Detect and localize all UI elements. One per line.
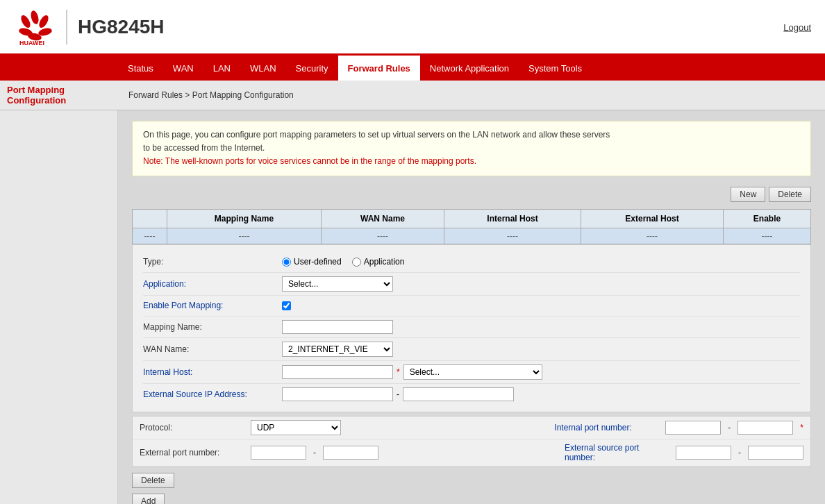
port-dash2: -: [313, 448, 316, 457]
external-port-row: External port number: - External source …: [133, 439, 810, 467]
application-label: Application:: [143, 279, 282, 289]
external-source-label: External Source IP Address:: [143, 389, 282, 399]
form-area: Type: User-defined Application Applicati…: [132, 244, 811, 412]
protocol-row: Protocol: UDP Internal port number: - *: [133, 417, 810, 439]
internal-port-input1[interactable]: [665, 421, 721, 435]
svg-point-0: [30, 10, 40, 25]
external-source-input2[interactable]: [403, 387, 514, 401]
huawei-logo: HUAWEI: [14, 8, 56, 46]
radio-user-defined[interactable]: User-defined: [282, 257, 342, 267]
nav-security[interactable]: Security: [286, 56, 338, 81]
col-internal-host: Internal Host: [444, 209, 581, 228]
device-title: HG8245H: [78, 16, 165, 38]
sidebar-title: Port Mapping Configuration: [0, 81, 118, 110]
toolbar: New Delete: [132, 187, 811, 202]
port-dash1: -: [728, 423, 731, 432]
col-enable: Enable: [724, 209, 811, 228]
dash-4: ----: [581, 228, 723, 244]
radio-application-input[interactable]: [352, 258, 361, 267]
enable-checkbox-area: [282, 301, 291, 310]
internal-port-required: *: [800, 423, 803, 432]
radio-application[interactable]: Application: [352, 257, 405, 267]
wan-name-row: WAN Name: 2_INTERNET_R_VIE: [143, 338, 800, 361]
enable-label: Enable Port Mapping:: [143, 301, 282, 310]
application-row: Application: Select...: [143, 273, 800, 296]
external-port-input2[interactable]: [323, 446, 378, 460]
row-delete-button[interactable]: Delete: [132, 473, 174, 488]
external-source-input1[interactable]: [282, 387, 393, 401]
logout-button[interactable]: Logout: [783, 22, 811, 32]
internal-host-select[interactable]: Select...: [403, 364, 542, 380]
new-button[interactable]: New: [731, 187, 765, 202]
info-note: Note: The well-known ports for voice ser…: [143, 155, 800, 168]
logo-area: HUAWEI HG8245H: [14, 8, 165, 46]
protocol-select[interactable]: UDP: [251, 420, 341, 435]
nav-forward-rules[interactable]: Forward Rules: [338, 56, 420, 81]
mapping-name-row: Mapping Name:: [143, 317, 800, 338]
external-port-label: External port number:: [140, 448, 244, 457]
info-line2: to be accessed from the Internet.: [143, 142, 800, 155]
nav-bar: Status WAN LAN WLAN Security Forward Rul…: [0, 56, 825, 81]
breadcrumb-bar: Port Mapping Configuration Forward Rules…: [0, 81, 825, 110]
enable-checkbox[interactable]: [282, 301, 291, 310]
page-layout: On this page, you can configure port map…: [0, 110, 825, 504]
col-external-host: External Host: [581, 209, 723, 228]
type-radio-group: User-defined Application: [282, 257, 404, 267]
port-dash3: -: [738, 448, 741, 457]
dash-separator: -: [397, 389, 399, 399]
external-source-controls: -: [282, 387, 514, 401]
sidebar: [0, 110, 118, 504]
svg-text:HUAWEI: HUAWEI: [19, 40, 44, 46]
col-mapping-name: Mapping Name: [167, 209, 322, 228]
radio-user-defined-input[interactable]: [282, 258, 291, 267]
breadcrumb: Forward Rules > Port Mapping Configurati…: [118, 81, 304, 110]
mapping-name-label: Mapping Name:: [143, 322, 282, 332]
svg-point-1: [38, 14, 51, 29]
external-port-input1[interactable]: [251, 446, 306, 460]
dash-5: ----: [724, 228, 811, 244]
internal-port-label: Internal port number:: [554, 423, 658, 432]
mapping-name-input[interactable]: [282, 320, 393, 334]
type-label: Type:: [143, 257, 282, 267]
logo-divider: [66, 10, 67, 44]
col-select: [133, 209, 167, 228]
main-content: On this page, you can configure port map…: [118, 110, 825, 504]
application-select[interactable]: Select...: [282, 276, 393, 292]
info-line1: On this page, you can configure port map…: [143, 128, 800, 142]
wan-name-select[interactable]: 2_INTERNET_R_VIE: [282, 342, 393, 357]
col-wan-name: WAN Name: [321, 209, 444, 228]
header: HUAWEI HG8245H Logout: [0, 0, 825, 56]
nav-network-application[interactable]: Network Application: [420, 56, 519, 81]
required-star: *: [397, 367, 400, 377]
nav-wan[interactable]: WAN: [163, 56, 203, 81]
internal-host-controls: * Select...: [282, 364, 542, 380]
protocol-label: Protocol:: [140, 423, 244, 432]
nav-lan[interactable]: LAN: [203, 56, 240, 81]
enable-row: Enable Port Mapping:: [143, 296, 800, 317]
dash-0: ----: [133, 228, 167, 244]
dash-3: ----: [444, 228, 581, 244]
type-row: Type: User-defined Application: [143, 252, 800, 273]
internal-port-input2[interactable]: [738, 421, 793, 435]
nav-wlan[interactable]: WLAN: [240, 56, 286, 81]
internal-host-input[interactable]: [282, 365, 393, 379]
ext-source-port-input2[interactable]: [748, 446, 803, 460]
nav-status[interactable]: Status: [118, 56, 163, 81]
delete-button[interactable]: Delete: [769, 187, 811, 202]
svg-point-5: [19, 14, 33, 29]
dash-2: ----: [321, 228, 444, 244]
add-row: Add: [132, 494, 811, 504]
table-row-dash: ---- ---- ---- ---- ---- ----: [133, 228, 811, 244]
radio-application-label: Application: [364, 257, 405, 267]
bottom-row: Delete: [132, 467, 811, 494]
add-button[interactable]: Add: [132, 494, 165, 504]
ext-source-port-label: External source port number:: [565, 443, 669, 462]
nav-system-tools[interactable]: System Tools: [519, 56, 592, 81]
radio-user-defined-label: User-defined: [294, 257, 342, 267]
external-source-row: External Source IP Address: -: [143, 384, 800, 405]
internal-host-row: Internal Host: * Select...: [143, 361, 800, 384]
internal-host-label: Internal Host:: [143, 367, 282, 377]
port-section: Protocol: UDP Internal port number: - * …: [132, 416, 811, 467]
ext-source-port-input1[interactable]: [676, 446, 731, 460]
mapping-table: Mapping Name WAN Name Internal Host Exte…: [132, 209, 811, 244]
